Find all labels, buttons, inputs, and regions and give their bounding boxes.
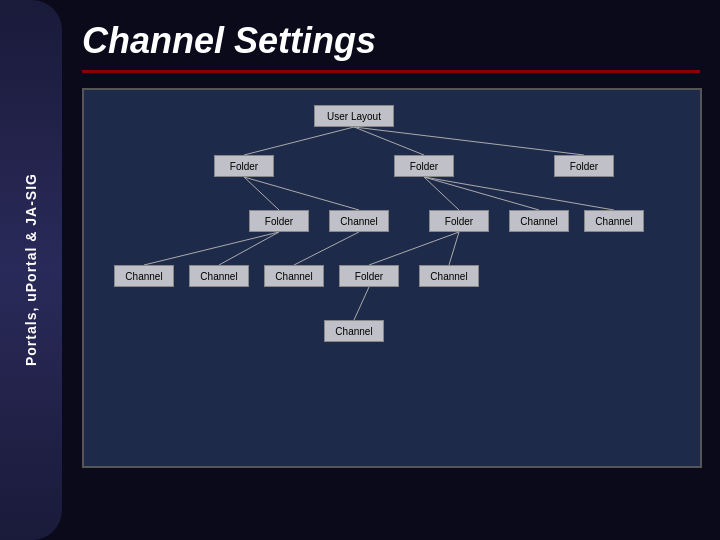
node-channel-l3: Channel [264,265,324,287]
svg-line-5 [424,177,459,210]
main-content: Channel Settings [62,0,720,540]
svg-line-2 [354,127,584,155]
svg-line-9 [219,232,279,265]
svg-line-8 [144,232,279,265]
node-channel-l5: Channel [419,265,479,287]
node-folder2-1: Folder [429,210,489,232]
node-user-layout: User Layout [314,105,394,127]
sidebar-label: Portals, uPortal & JA-SIG [23,173,39,366]
node-channel2-2: Channel [584,210,644,232]
node-channel2-1: Channel [509,210,569,232]
node-folder1: Folder [214,155,274,177]
title-divider [82,70,700,73]
svg-line-12 [449,232,459,265]
page-title: Channel Settings [82,20,700,62]
svg-line-4 [244,177,359,210]
node-channel1-1: Channel [329,210,389,232]
diagram-container: User Layout Folder Folder Folder Folder … [82,88,702,468]
svg-line-0 [244,127,354,155]
svg-line-10 [294,232,359,265]
node-channel-l1: Channel [114,265,174,287]
node-channel-bot: Channel [324,320,384,342]
svg-line-6 [424,177,539,210]
svg-line-3 [244,177,279,210]
node-folder-l4: Folder [339,265,399,287]
sidebar: Portals, uPortal & JA-SIG [0,0,62,540]
node-folder1-1: Folder [249,210,309,232]
svg-line-7 [424,177,614,210]
svg-line-1 [354,127,424,155]
svg-line-13 [354,287,369,320]
node-folder2: Folder [394,155,454,177]
svg-line-11 [369,232,459,265]
node-folder3: Folder [554,155,614,177]
node-channel-l2: Channel [189,265,249,287]
